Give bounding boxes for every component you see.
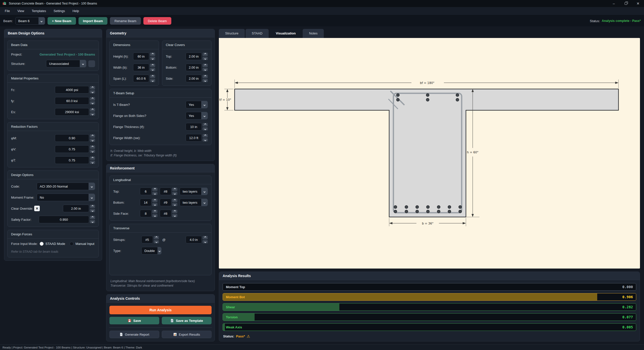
spinner-down-button[interactable] <box>90 209 95 212</box>
spinner-down-button[interactable] <box>90 101 95 105</box>
spinner-up-button[interactable] <box>203 134 208 138</box>
tab-staad[interactable]: STAAD <box>246 29 269 38</box>
spinner-down-button[interactable] <box>152 214 157 217</box>
spinner-down-button[interactable] <box>150 57 155 60</box>
menu-file[interactable]: File <box>1 7 14 15</box>
cover-side-input[interactable]: 2.00 in <box>186 75 208 82</box>
menu-templates[interactable]: Templates <box>28 7 50 15</box>
spinner-down-button[interactable] <box>154 240 159 244</box>
tab-notes[interactable]: Notes <box>303 29 324 38</box>
stirrup-spacing-value[interactable]: 4.0 in <box>186 236 202 243</box>
spinner-down-button[interactable] <box>90 220 95 224</box>
side-count-value[interactable]: 8 <box>140 210 151 217</box>
cover-bottom-input[interactable]: 2.00 in <box>186 64 208 71</box>
spinner-up-button[interactable] <box>90 134 95 138</box>
height-input[interactable]: 60 in <box>133 53 155 60</box>
fc-input[interactable]: 4000 psi <box>55 86 95 94</box>
spinner-up-button[interactable] <box>150 64 155 67</box>
spinner-down-button[interactable] <box>90 161 95 164</box>
save-button[interactable]: Save <box>109 317 159 324</box>
safety-factor-value[interactable]: 0.950 <box>39 216 89 223</box>
cover-side-value[interactable]: 2.00 in <box>186 75 202 82</box>
spinner-up-button[interactable] <box>90 205 95 208</box>
menu-settings[interactable]: Settings <box>50 7 69 15</box>
spinner-down-button[interactable] <box>203 138 208 142</box>
cover-bottom-value[interactable]: 2.00 in <box>186 64 202 71</box>
export-results-button[interactable]: Export Results <box>162 331 212 338</box>
phi-t-input[interactable]: 0.75 <box>55 156 95 164</box>
spinner-down-button[interactable] <box>152 192 157 195</box>
phi-t-value[interactable]: 0.75 <box>55 156 89 164</box>
top-count-input[interactable]: 6 <box>140 188 157 195</box>
bottom-size-input[interactable]: #9 <box>160 199 177 206</box>
manual-input-radio[interactable] <box>70 242 73 246</box>
spinner-down-button[interactable] <box>203 127 208 131</box>
phi-v-value[interactable]: 0.75 <box>55 145 89 153</box>
beam-select[interactable]: Beam 6 <box>15 17 45 25</box>
flange-width-value[interactable]: 12.0 ft <box>186 134 202 142</box>
spinner-down-button[interactable] <box>172 192 177 195</box>
spinner-up-button[interactable] <box>90 97 95 101</box>
phi-m-input[interactable]: 0.90 <box>55 134 95 142</box>
spinner-up-button[interactable] <box>90 145 95 149</box>
spinner-down-button[interactable] <box>90 112 95 116</box>
height-value[interactable]: 60 in <box>133 53 149 60</box>
is-tbeam-select[interactable]: Yes <box>186 101 208 108</box>
menu-view[interactable]: View <box>14 7 28 15</box>
visualization-canvas[interactable]: bf = 180" tf = 10" <box>219 38 640 269</box>
spinner-up-button[interactable] <box>90 156 95 160</box>
spinner-down-button[interactable] <box>152 203 157 206</box>
spinner-down-button[interactable] <box>90 150 95 153</box>
spinner-down-button[interactable] <box>172 214 177 217</box>
clear-override-input[interactable]: 2.00 in <box>63 205 95 212</box>
spinner-down-button[interactable] <box>150 68 155 71</box>
spinner-down-button[interactable] <box>203 240 208 244</box>
menu-help[interactable]: Help <box>69 7 83 15</box>
spinner-up-button[interactable] <box>203 53 208 56</box>
spinner-up-button[interactable] <box>152 188 157 191</box>
rename-beam-button[interactable]: Rename Beam <box>110 17 141 25</box>
spinner-up-button[interactable] <box>203 123 208 126</box>
spinner-up-button[interactable] <box>172 199 177 202</box>
save-as-template-button[interactable]: Save as Template <box>162 317 212 324</box>
spinner-up-button[interactable] <box>150 75 155 78</box>
bottom-count-input[interactable]: 14 <box>140 199 157 206</box>
top-count-value[interactable]: 6 <box>140 188 151 195</box>
cover-top-input[interactable]: 2.00 in <box>186 53 208 60</box>
phi-m-value[interactable]: 0.90 <box>55 134 89 142</box>
tab-visualization[interactable]: Visualization <box>269 29 302 38</box>
spinner-up-button[interactable] <box>150 53 155 56</box>
width-input[interactable]: 36 in <box>133 64 155 71</box>
staad-mode-radio[interactable] <box>40 242 44 246</box>
stirrup-type-select[interactable]: Double <box>141 247 162 254</box>
stirrup-size-input[interactable]: #5 <box>141 236 159 243</box>
maximize-button[interactable] <box>620 0 632 7</box>
spinner-down-button[interactable] <box>203 68 208 71</box>
spinner-down-button[interactable] <box>90 139 95 142</box>
top-size-input[interactable]: #8 <box>160 188 177 195</box>
flange-thickness-input[interactable]: 10 in <box>186 123 208 130</box>
import-beam-button[interactable]: Import Beam <box>78 17 107 25</box>
spinner-up-button[interactable] <box>172 210 177 213</box>
fc-value[interactable]: 4000 psi <box>55 86 89 94</box>
close-button[interactable]: ✕ <box>632 0 644 7</box>
spinner-up-button[interactable] <box>152 199 157 202</box>
bottom-layers-select[interactable]: two layers <box>180 199 208 206</box>
bottom-size-value[interactable]: #9 <box>160 199 171 206</box>
flange-thickness-value[interactable]: 10 in <box>186 123 202 130</box>
es-input[interactable]: 29000 ksi <box>55 108 95 116</box>
spinner-up-button[interactable] <box>154 236 159 239</box>
span-value[interactable]: 60.0 ft <box>133 75 149 82</box>
side-size-value[interactable]: #8 <box>160 210 171 217</box>
structure-extra-button[interactable] <box>88 60 95 67</box>
spinner-up-button[interactable] <box>152 210 157 213</box>
tab-structure[interactable]: Structure <box>219 29 245 38</box>
moment-frame-select[interactable]: No <box>37 194 95 201</box>
generate-report-button[interactable]: Generate Report <box>109 331 159 338</box>
structure-select[interactable]: Unassociated <box>46 60 86 67</box>
spinner-down-button[interactable] <box>172 203 177 206</box>
minimize-button[interactable]: – <box>608 0 620 7</box>
bottom-count-value[interactable]: 14 <box>140 199 151 206</box>
spinner-up-button[interactable] <box>203 64 208 67</box>
fy-input[interactable]: 60.0 ksi <box>55 97 95 105</box>
